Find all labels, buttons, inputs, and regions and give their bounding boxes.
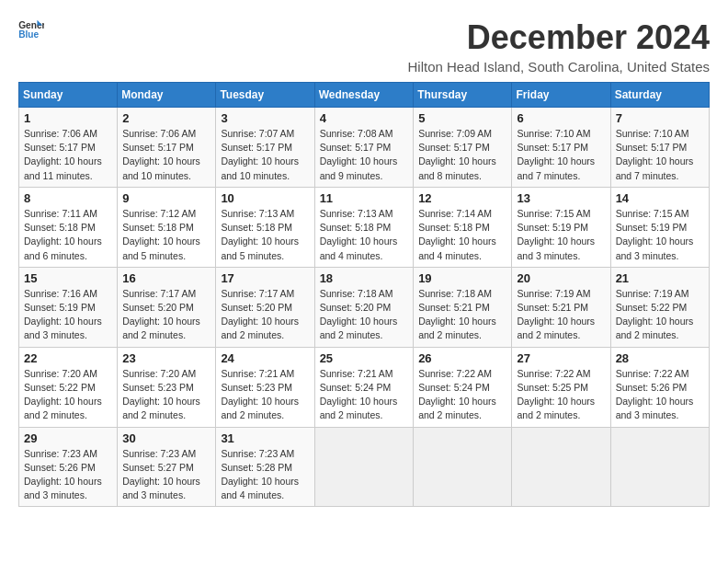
empty-cell xyxy=(610,427,709,507)
table-row: 22 Sunrise: 7:20 AMSunset: 5:22 PMDaylig… xyxy=(19,347,118,427)
day-info: Sunrise: 7:22 AMSunset: 5:26 PMDaylight:… xyxy=(616,367,704,423)
table-row: 2 Sunrise: 7:06 AMSunset: 5:17 PMDayligh… xyxy=(118,108,216,188)
table-row: 11 Sunrise: 7:13 AMSunset: 5:18 PMDaylig… xyxy=(314,187,414,267)
table-row: 7 Sunrise: 7:10 AMSunset: 5:17 PMDayligh… xyxy=(610,108,709,188)
table-row: 12 Sunrise: 7:14 AMSunset: 5:18 PMDaylig… xyxy=(414,187,512,267)
day-info: Sunrise: 7:23 AMSunset: 5:27 PMDaylight:… xyxy=(122,447,210,503)
table-row: 8 Sunrise: 7:11 AMSunset: 5:18 PMDayligh… xyxy=(19,187,118,267)
table-row: 13 Sunrise: 7:15 AMSunset: 5:19 PMDaylig… xyxy=(512,187,610,267)
table-row: 5 Sunrise: 7:09 AMSunset: 5:17 PMDayligh… xyxy=(414,108,512,188)
calendar-table: Sunday Monday Tuesday Wednesday Thursday… xyxy=(18,82,710,507)
table-row: 26 Sunrise: 7:22 AMSunset: 5:24 PMDaylig… xyxy=(414,347,512,427)
day-info: Sunrise: 7:13 AMSunset: 5:18 PMDaylight:… xyxy=(320,207,409,263)
table-row: 10 Sunrise: 7:13 AMSunset: 5:18 PMDaylig… xyxy=(216,187,314,267)
day-number: 12 xyxy=(418,191,506,205)
table-row: 21 Sunrise: 7:19 AMSunset: 5:22 PMDaylig… xyxy=(610,267,709,347)
table-row: 4 Sunrise: 7:08 AMSunset: 5:17 PMDayligh… xyxy=(314,108,414,188)
day-info: Sunrise: 7:19 AMSunset: 5:22 PMDaylight:… xyxy=(616,287,704,343)
day-info: Sunrise: 7:18 AMSunset: 5:21 PMDaylight:… xyxy=(418,287,506,343)
page-header: General Blue December 2024 Hilton Head I… xyxy=(18,18,710,75)
day-number: 29 xyxy=(24,431,112,445)
day-info: Sunrise: 7:06 AMSunset: 5:17 PMDaylight:… xyxy=(122,127,210,183)
location-title: Hilton Head Island, South Carolina, Unit… xyxy=(407,59,710,75)
day-info: Sunrise: 7:19 AMSunset: 5:21 PMDaylight:… xyxy=(517,287,605,343)
day-info: Sunrise: 7:17 AMSunset: 5:20 PMDaylight:… xyxy=(122,287,210,343)
day-info: Sunrise: 7:22 AMSunset: 5:25 PMDaylight:… xyxy=(517,367,605,423)
logo-icon: General Blue xyxy=(18,18,44,40)
table-row: 24 Sunrise: 7:21 AMSunset: 5:23 PMDaylig… xyxy=(216,347,314,427)
calendar-row: 15 Sunrise: 7:16 AMSunset: 5:19 PMDaylig… xyxy=(19,267,710,347)
table-row: 23 Sunrise: 7:20 AMSunset: 5:23 PMDaylig… xyxy=(118,347,216,427)
col-friday: Friday xyxy=(512,83,610,108)
calendar-row: 29 Sunrise: 7:23 AMSunset: 5:26 PMDaylig… xyxy=(19,427,710,507)
table-row: 15 Sunrise: 7:16 AMSunset: 5:19 PMDaylig… xyxy=(19,267,118,347)
day-number: 2 xyxy=(122,111,210,125)
table-row: 25 Sunrise: 7:21 AMSunset: 5:24 PMDaylig… xyxy=(314,347,414,427)
col-monday: Monday xyxy=(118,83,216,108)
table-row: 17 Sunrise: 7:17 AMSunset: 5:20 PMDaylig… xyxy=(216,267,314,347)
day-number: 8 xyxy=(24,191,112,205)
col-saturday: Saturday xyxy=(610,83,709,108)
day-number: 22 xyxy=(24,351,112,365)
col-sunday: Sunday xyxy=(19,83,118,108)
day-info: Sunrise: 7:22 AMSunset: 5:24 PMDaylight:… xyxy=(418,367,506,423)
day-info: Sunrise: 7:21 AMSunset: 5:24 PMDaylight:… xyxy=(320,367,409,423)
table-row: 19 Sunrise: 7:18 AMSunset: 5:21 PMDaylig… xyxy=(414,267,512,347)
table-row: 3 Sunrise: 7:07 AMSunset: 5:17 PMDayligh… xyxy=(216,108,314,188)
day-info: Sunrise: 7:07 AMSunset: 5:17 PMDaylight:… xyxy=(221,127,309,183)
table-row: 1 Sunrise: 7:06 AMSunset: 5:17 PMDayligh… xyxy=(19,108,118,188)
day-number: 7 xyxy=(616,111,704,125)
col-thursday: Thursday xyxy=(414,83,512,108)
day-number: 30 xyxy=(122,431,210,445)
day-info: Sunrise: 7:10 AMSunset: 5:17 PMDaylight:… xyxy=(517,127,605,183)
day-number: 3 xyxy=(221,111,309,125)
day-info: Sunrise: 7:23 AMSunset: 5:28 PMDaylight:… xyxy=(221,447,309,503)
day-number: 11 xyxy=(320,191,409,205)
day-info: Sunrise: 7:11 AMSunset: 5:18 PMDaylight:… xyxy=(24,207,112,263)
day-number: 17 xyxy=(221,271,309,285)
day-number: 19 xyxy=(418,271,506,285)
day-info: Sunrise: 7:21 AMSunset: 5:23 PMDaylight:… xyxy=(221,367,309,423)
table-row: 14 Sunrise: 7:15 AMSunset: 5:19 PMDaylig… xyxy=(610,187,709,267)
month-title: December 2024 xyxy=(407,18,710,57)
table-row: 28 Sunrise: 7:22 AMSunset: 5:26 PMDaylig… xyxy=(610,347,709,427)
day-number: 14 xyxy=(616,191,704,205)
day-info: Sunrise: 7:15 AMSunset: 5:19 PMDaylight:… xyxy=(616,207,704,263)
calendar-row: 1 Sunrise: 7:06 AMSunset: 5:17 PMDayligh… xyxy=(19,108,710,188)
day-number: 16 xyxy=(122,271,210,285)
day-number: 18 xyxy=(320,271,409,285)
calendar-row: 8 Sunrise: 7:11 AMSunset: 5:18 PMDayligh… xyxy=(19,187,710,267)
day-number: 9 xyxy=(122,191,210,205)
day-number: 6 xyxy=(517,111,605,125)
logo: General Blue xyxy=(18,18,44,40)
day-info: Sunrise: 7:18 AMSunset: 5:20 PMDaylight:… xyxy=(320,287,409,343)
day-number: 21 xyxy=(616,271,704,285)
table-row: 31 Sunrise: 7:23 AMSunset: 5:28 PMDaylig… xyxy=(216,427,314,507)
day-number: 10 xyxy=(221,191,309,205)
empty-cell xyxy=(314,427,414,507)
day-number: 20 xyxy=(517,271,605,285)
day-number: 1 xyxy=(24,111,112,125)
day-info: Sunrise: 7:09 AMSunset: 5:17 PMDaylight:… xyxy=(418,127,506,183)
day-number: 4 xyxy=(320,111,409,125)
day-info: Sunrise: 7:10 AMSunset: 5:17 PMDaylight:… xyxy=(616,127,704,183)
day-info: Sunrise: 7:14 AMSunset: 5:18 PMDaylight:… xyxy=(418,207,506,263)
col-tuesday: Tuesday xyxy=(216,83,314,108)
day-info: Sunrise: 7:15 AMSunset: 5:19 PMDaylight:… xyxy=(517,207,605,263)
day-info: Sunrise: 7:17 AMSunset: 5:20 PMDaylight:… xyxy=(221,287,309,343)
calendar-row: 22 Sunrise: 7:20 AMSunset: 5:22 PMDaylig… xyxy=(19,347,710,427)
day-number: 13 xyxy=(517,191,605,205)
table-row: 20 Sunrise: 7:19 AMSunset: 5:21 PMDaylig… xyxy=(512,267,610,347)
day-info: Sunrise: 7:23 AMSunset: 5:26 PMDaylight:… xyxy=(24,447,112,503)
table-row: 16 Sunrise: 7:17 AMSunset: 5:20 PMDaylig… xyxy=(118,267,216,347)
empty-cell xyxy=(414,427,512,507)
table-row: 9 Sunrise: 7:12 AMSunset: 5:18 PMDayligh… xyxy=(118,187,216,267)
header-row: Sunday Monday Tuesday Wednesday Thursday… xyxy=(19,83,710,108)
day-number: 15 xyxy=(24,271,112,285)
day-number: 28 xyxy=(616,351,704,365)
day-number: 27 xyxy=(517,351,605,365)
empty-cell xyxy=(512,427,610,507)
table-row: 27 Sunrise: 7:22 AMSunset: 5:25 PMDaylig… xyxy=(512,347,610,427)
day-info: Sunrise: 7:08 AMSunset: 5:17 PMDaylight:… xyxy=(320,127,409,183)
day-info: Sunrise: 7:12 AMSunset: 5:18 PMDaylight:… xyxy=(122,207,210,263)
